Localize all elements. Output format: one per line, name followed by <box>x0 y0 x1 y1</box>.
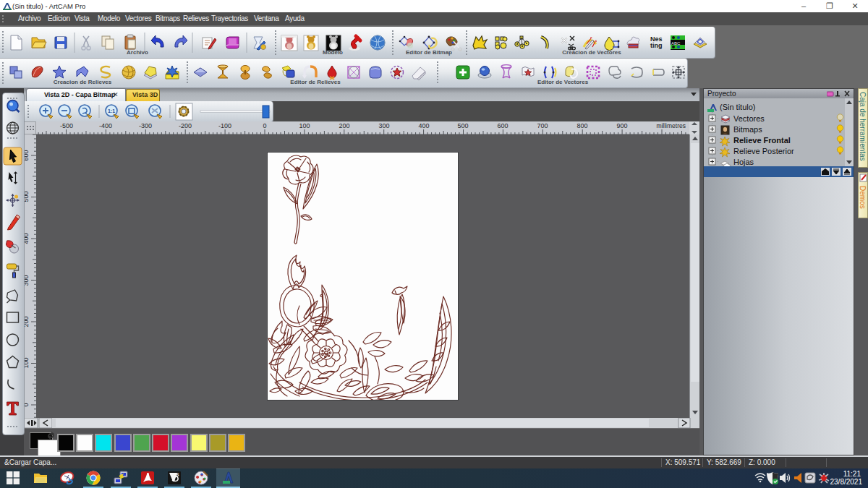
svg-text:100: 100 <box>299 122 310 129</box>
svg-text:400: 400 <box>418 122 429 129</box>
svg-text:-200: -200 <box>179 122 192 129</box>
svg-text:300: 300 <box>378 122 389 129</box>
svg-text:-100: -100 <box>218 122 231 129</box>
svg-text:500: 500 <box>457 122 468 129</box>
svg-text:-300: -300 <box>139 122 152 129</box>
svg-text:0: 0 <box>263 122 266 129</box>
svg-text:100: 100 <box>24 357 30 368</box>
svg-text:6: 6 <box>176 471 179 478</box>
svg-text:-500: -500 <box>60 122 73 129</box>
svg-text:0: 0 <box>24 403 30 406</box>
svg-text:1:1: 1:1 <box>108 108 115 114</box>
svg-text:300: 300 <box>24 275 30 286</box>
svg-text:millimetres: millimetres <box>656 122 686 129</box>
svg-text:ABC: ABC <box>671 41 681 46</box>
svg-text:700: 700 <box>537 122 548 129</box>
svg-text:900: 900 <box>616 122 627 129</box>
svg-text:200: 200 <box>339 122 349 129</box>
svg-text:600: 600 <box>24 150 30 160</box>
svg-text:ting: ting <box>650 42 663 49</box>
svg-text:200: 200 <box>24 316 30 327</box>
svg-text:-400: -400 <box>99 122 112 129</box>
svg-text:400: 400 <box>24 233 30 244</box>
svg-text:600: 600 <box>497 122 508 129</box>
svg-text:800: 800 <box>576 122 587 129</box>
svg-text:500: 500 <box>24 191 30 202</box>
